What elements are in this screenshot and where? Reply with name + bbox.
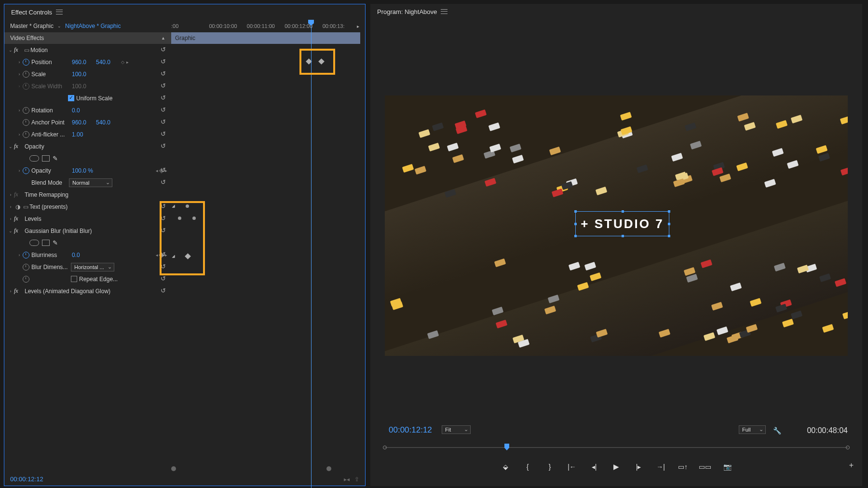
settings-icon[interactable]: 🔧: [773, 427, 781, 434]
stopwatch-icon: [23, 83, 29, 90]
chevron-down-icon[interactable]: ⌄: [57, 24, 61, 28]
stopwatch-icon[interactable]: [23, 71, 29, 78]
zoom-fit-select[interactable]: Fit: [442, 425, 471, 434]
breadcrumb-clip[interactable]: NightAbove * Graphic: [65, 23, 121, 29]
twirl-icon[interactable]: ›: [16, 60, 23, 65]
reset-icon[interactable]: ↺: [161, 178, 168, 186]
button-editor-icon[interactable]: +: [849, 461, 854, 470]
step-back-icon[interactable]: ◂|: [589, 463, 599, 471]
step-forward-icon[interactable]: |▸: [634, 463, 643, 471]
reset-icon[interactable]: ↺: [161, 275, 168, 283]
stopwatch-icon[interactable]: [23, 276, 29, 283]
set-in-icon[interactable]: {: [523, 463, 532, 471]
panel-menu-icon[interactable]: [56, 10, 63, 14]
panel-menu-icon[interactable]: [441, 9, 448, 14]
prop-opacity-value: › Opacity 100.0 % ◂▸ ↺: [4, 164, 171, 176]
linear-icon[interactable]: ◇: [121, 60, 124, 65]
go-to-in-icon[interactable]: |←: [567, 463, 577, 471]
breadcrumb-master[interactable]: Master * Graphic: [10, 23, 54, 29]
loop-icon[interactable]: ▸◂: [344, 476, 350, 483]
transform-icon[interactable]: ▭: [23, 46, 30, 54]
scale-value[interactable]: 100.0: [72, 71, 86, 78]
position-y[interactable]: 540.0: [96, 59, 120, 66]
prop-blur-dim: Blur Dimens... Horizontal ... ↺: [4, 261, 171, 273]
collapse-icon[interactable]: ▲: [161, 36, 165, 41]
rect-mask-icon[interactable]: [42, 240, 50, 246]
effect-levels-animated[interactable]: › fx Levels (Animated Diagonal Glow) ↺: [4, 285, 171, 297]
program-timecode[interactable]: 00:00:12:12: [389, 425, 432, 435]
program-scrubber[interactable]: [385, 443, 848, 452]
stopwatch-icon[interactable]: [23, 107, 29, 114]
repeat-edge-checkbox[interactable]: [71, 276, 77, 282]
effect-motion[interactable]: ⌄ fx ▭ Motion ↺: [4, 44, 171, 56]
prev-kf-icon[interactable]: ◂: [156, 253, 158, 258]
fx-badge-icon[interactable]: fx: [14, 215, 23, 222]
reset-icon[interactable]: ↺: [161, 142, 168, 150]
rotation-value[interactable]: 0.0: [72, 107, 80, 114]
stopwatch-icon[interactable]: [23, 264, 29, 271]
play-icon[interactable]: ▶: [611, 462, 621, 471]
effect-gaussian-blur[interactable]: ⌄ fx Gaussian Blur (Initial Blur) ↺: [4, 225, 171, 237]
prev-kf-icon[interactable]: ◂: [156, 168, 158, 173]
stopwatch-icon[interactable]: [23, 119, 29, 126]
mark-in-icon[interactable]: ⬙: [501, 463, 510, 471]
reset-icon[interactable]: ↺: [161, 118, 168, 126]
fx-badge-icon[interactable]: fx: [14, 191, 23, 198]
reset-icon[interactable]: ↺: [161, 166, 168, 174]
effect-levels[interactable]: › fx Levels ↺: [4, 213, 171, 225]
export-frame-icon[interactable]: 📷: [722, 463, 732, 471]
blur-dim-select[interactable]: Horizontal ...: [71, 263, 114, 271]
prop-repeat-edge: Repeat Edge... ↺: [4, 273, 171, 285]
reset-icon[interactable]: ↺: [161, 287, 168, 295]
pen-mask-icon[interactable]: ✎: [53, 155, 58, 162]
export-icon[interactable]: ⇪: [354, 476, 359, 483]
reset-icon[interactable]: ↺: [161, 58, 168, 66]
reset-icon[interactable]: ↺: [161, 82, 168, 90]
reset-icon[interactable]: ↺: [161, 106, 168, 114]
video-effects-header[interactable]: Video Effects ▲: [4, 32, 171, 44]
stopwatch-icon[interactable]: [23, 131, 29, 138]
playhead[interactable]: [504, 444, 509, 450]
fx-badge-icon[interactable]: fx: [14, 143, 23, 150]
playhead[interactable]: [311, 20, 312, 488]
position-x[interactable]: 960.0: [72, 59, 96, 66]
go-to-out-icon[interactable]: →|: [656, 463, 665, 471]
reset-icon[interactable]: ↺: [161, 70, 168, 78]
reset-icon[interactable]: ↺: [161, 46, 168, 54]
fx-badge-icon[interactable]: fx: [14, 227, 23, 234]
set-out-icon[interactable]: }: [545, 463, 555, 471]
timeline-ruler[interactable]: :00 00:00:10:00 00:00:11:00 00:00:12:00 …: [171, 20, 360, 32]
next-kf-icon[interactable]: ▸: [126, 60, 129, 65]
prop-anchor: Anchor Point 960.0 540.0 ↺: [4, 116, 171, 128]
stopwatch-icon[interactable]: [23, 59, 29, 66]
timecode-display[interactable]: 00:00:12:12: [10, 475, 43, 483]
properties-list: ⌄ fx ▭ Motion ↺ › Position 960.0 540.0 ◇…: [4, 44, 171, 471]
effect-opacity[interactable]: ⌄ fx Opacity ↺: [4, 140, 171, 152]
lift-icon[interactable]: ▭↑: [678, 463, 688, 471]
ellipse-mask-icon[interactable]: [29, 240, 39, 246]
timeline-zoom-bar[interactable]: [171, 466, 360, 471]
program-header: Program: NightAbove: [370, 4, 862, 19]
stopwatch-icon[interactable]: [23, 252, 29, 258]
clip-bar[interactable]: Graphic: [171, 32, 360, 44]
twirl-icon[interactable]: ⌄: [7, 48, 14, 53]
fx-badge-icon[interactable]: fx: [14, 287, 23, 295]
uniform-scale-checkbox[interactable]: [68, 95, 74, 101]
effect-text[interactable]: › ◑ ▭ Text (presents) ↺: [4, 201, 171, 213]
reset-icon[interactable]: ↺: [161, 94, 168, 102]
pen-mask-icon[interactable]: ✎: [53, 239, 58, 246]
fx-badge-icon[interactable]: fx: [14, 46, 23, 54]
clip-icon[interactable]: ◑: [14, 203, 22, 211]
stopwatch-icon[interactable]: [23, 167, 29, 174]
ellipse-mask-icon[interactable]: [29, 155, 39, 162]
resolution-select[interactable]: Full: [739, 425, 766, 434]
video-monitor[interactable]: + STUDIO 7: [385, 95, 848, 356]
graphic-title-overlay[interactable]: + STUDIO 7: [575, 211, 669, 236]
blend-mode-select[interactable]: Normal: [69, 178, 112, 187]
extract-icon[interactable]: ▭▭: [700, 463, 710, 471]
effect-controls-panel: Effect Controls Master * Graphic ⌄ Night…: [4, 4, 366, 486]
effect-time-remapping[interactable]: › fx Time Remapping: [4, 189, 171, 201]
transform-icon[interactable]: ▭: [22, 203, 29, 211]
reset-icon[interactable]: ↺: [161, 130, 168, 138]
rect-mask-icon[interactable]: [42, 155, 50, 162]
